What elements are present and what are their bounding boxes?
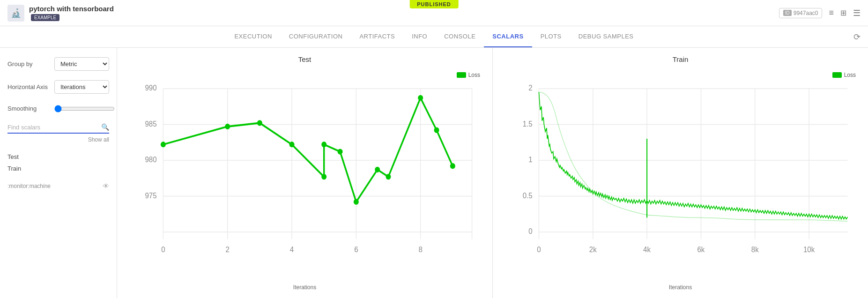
horizontal-axis-select[interactable]: Iterations [54, 80, 109, 94]
train-chart-container: Loss 2 1 [500, 67, 861, 282]
tab-info[interactable]: INFO [403, 26, 436, 47]
nav-tabs: EXECUTION CONFIGURATION ARTIFACTS INFO C… [0, 26, 868, 48]
train-chart-legend: Loss [832, 72, 856, 78]
svg-text:4k: 4k [643, 245, 651, 254]
refresh-button[interactable]: ⟳ [853, 32, 861, 42]
main-layout: Group by Metric Horizontal Axis Iteratio… [0, 48, 868, 298]
example-badge: EXAMPLE [31, 14, 59, 21]
test-chart-title: Test [125, 55, 485, 63]
train-chart-xlabel: Iterations [500, 284, 861, 291]
svg-text:6k: 6k [697, 245, 705, 254]
tab-execution[interactable]: EXECUTION [226, 26, 280, 47]
svg-text:6: 6 [354, 245, 358, 254]
svg-text:8: 8 [418, 245, 423, 254]
svg-text:990: 990 [145, 84, 156, 92]
svg-point-29 [386, 174, 391, 180]
tab-configuration[interactable]: CONFIGURATION [281, 26, 351, 47]
logo-icon: 🔬 [7, 5, 24, 22]
train-chart-svg: 2 1.5 1 0.5 0 0 2k 4k 6k 8k 10k [500, 67, 861, 282]
svg-text:0: 0 [537, 245, 541, 254]
horizontal-axis-label: Horizontal Axis [7, 83, 50, 90]
show-all-link[interactable]: Show all [7, 136, 109, 143]
train-legend-label: Loss [844, 72, 856, 78]
train-chart-title: Train [500, 55, 861, 63]
svg-text:10k: 10k [803, 245, 815, 254]
svg-point-20 [161, 142, 166, 147]
scalar-item-test[interactable]: Test [7, 152, 109, 161]
tab-console[interactable]: CONSOLE [436, 26, 484, 47]
svg-point-21 [225, 124, 230, 129]
scalar-item-train[interactable]: Train [7, 164, 109, 173]
svg-point-25 [321, 142, 326, 147]
id-label: ID [783, 10, 792, 16]
group-by-row: Group by Metric [7, 57, 109, 71]
horizontal-axis-row: Horizontal Axis Iterations [7, 80, 109, 94]
svg-point-23 [289, 142, 295, 147]
svg-point-24 [321, 174, 326, 180]
svg-text:0.5: 0.5 [523, 191, 533, 200]
tab-plots[interactable]: PLOTS [532, 26, 570, 47]
top-bar: 🔬 pytorch with tensorboard EXAMPLE PUBLI… [0, 0, 868, 26]
logo-area: 🔬 pytorch with tensorboard EXAMPLE [7, 5, 114, 22]
sidebar: Group by Metric Horizontal Axis Iteratio… [0, 48, 117, 298]
test-chart-xlabel: Iterations [125, 284, 485, 291]
svg-text:1: 1 [528, 156, 533, 164]
svg-point-26 [338, 149, 343, 154]
search-input[interactable] [7, 124, 98, 131]
charts-area: Test Loss [117, 48, 868, 298]
svg-text:2k: 2k [589, 245, 597, 254]
svg-text:1.5: 1.5 [523, 120, 533, 128]
svg-point-28 [375, 167, 380, 172]
top-right: ID 9947aac0 ≡ ⊞ ☰ [779, 8, 861, 18]
menu-button[interactable]: ☰ [853, 8, 861, 18]
group-by-label: Group by [7, 60, 50, 68]
smoothing-label: Smoothing [7, 105, 50, 112]
svg-text:8k: 8k [751, 245, 759, 254]
svg-text:975: 975 [145, 191, 156, 200]
tab-debug-samples[interactable]: DEBUG SAMPLES [570, 26, 642, 47]
svg-point-22 [257, 120, 262, 126]
published-badge: PUBLISHED [409, 0, 459, 8]
test-legend-label: Loss [468, 72, 480, 78]
svg-text:0: 0 [161, 245, 165, 254]
list-view-button[interactable]: ≡ [829, 8, 834, 18]
search-container: 🔍 [7, 123, 109, 134]
svg-text:0: 0 [528, 227, 533, 236]
monitor-label: :monitor:machine [7, 183, 51, 189]
train-legend-color [832, 72, 842, 78]
grid-view-button[interactable]: ⊞ [840, 8, 846, 17]
train-chart-panel: Train Loss [493, 48, 868, 298]
svg-text:2: 2 [226, 245, 230, 254]
scalar-items-list: Test Train [7, 152, 109, 173]
test-chart-container: Loss 990 [125, 67, 485, 282]
tab-scalars[interactable]: SCALARS [484, 26, 532, 47]
svg-text:4: 4 [290, 245, 294, 254]
group-by-select[interactable]: Metric [54, 57, 109, 71]
search-icon: 🔍 [101, 123, 109, 131]
id-value: 9947aac0 [794, 10, 818, 16]
svg-point-31 [434, 128, 439, 133]
test-chart-legend: Loss [457, 72, 480, 78]
svg-text:2: 2 [528, 84, 533, 92]
svg-point-30 [418, 95, 423, 101]
monitor-item: :monitor:machine 👁 [7, 182, 109, 190]
svg-text:980: 980 [145, 156, 156, 164]
app-title: pytorch with tensorboard [29, 5, 114, 13]
tab-artifacts[interactable]: ARTIFACTS [351, 26, 403, 47]
svg-point-32 [450, 163, 455, 169]
test-chart-panel: Test Loss [117, 48, 493, 298]
svg-text:985: 985 [145, 120, 156, 128]
eye-off-icon: 👁 [103, 182, 109, 190]
smoothing-slider[interactable] [54, 105, 115, 112]
test-legend-color [457, 72, 466, 78]
svg-point-27 [354, 199, 359, 205]
id-badge: ID 9947aac0 [779, 8, 823, 18]
test-chart-svg: 990 985 980 975 0 2 4 6 8 [125, 67, 485, 282]
smoothing-row: Smoothing [7, 103, 109, 114]
